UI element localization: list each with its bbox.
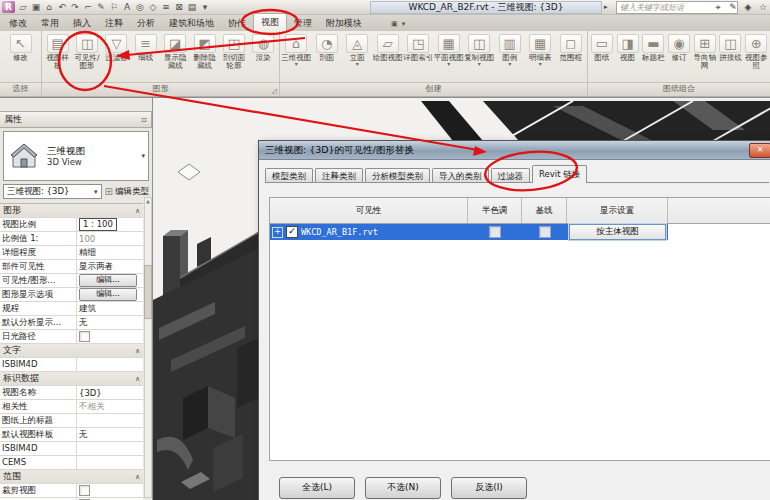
ribbon-button-revisions[interactable]: ◉修订 bbox=[666, 33, 692, 82]
ribbon-button-remove-hidden-lines[interactable]: ◩删除隐藏线 bbox=[190, 33, 219, 82]
ribbon-tab-0[interactable]: 修改 bbox=[2, 15, 34, 31]
ribbon-tab-9[interactable]: 附加模块 bbox=[319, 15, 369, 31]
property-value[interactable]: 无 bbox=[77, 317, 143, 329]
ribbon-button-title-block[interactable]: ▬标题栏 bbox=[640, 33, 666, 82]
collapse-chevron-icon[interactable]: ∧ bbox=[135, 207, 140, 215]
ribbon-button-matchline[interactable]: ◫拼接线 bbox=[718, 33, 744, 82]
ribbon-tab-2[interactable]: 插入 bbox=[66, 15, 98, 31]
type-selector[interactable]: 三维视图 3D View ▾ bbox=[3, 131, 149, 181]
ribbon-button-cut-profile[interactable]: ◰剖切面轮廓 bbox=[219, 33, 248, 82]
properties-header[interactable]: 属性 ▫ bbox=[0, 111, 152, 128]
property-value[interactable]: 编辑... bbox=[77, 288, 143, 301]
favorites-star-icon[interactable]: ☆ bbox=[757, 1, 769, 13]
sign-in-icon[interactable]: ✎ bbox=[727, 1, 739, 13]
ribbon-button-scope-box[interactable]: ◻范围框 bbox=[556, 33, 587, 82]
visibility-cell[interactable]: +✓WKCD_AR_B1F.rvt bbox=[270, 224, 468, 240]
dialog-tab-4[interactable]: 过滤器 bbox=[491, 168, 531, 183]
ribbon-button-view[interactable]: ◨视图 bbox=[615, 33, 641, 82]
underlay-cell[interactable] bbox=[522, 224, 567, 240]
dialog-tab-3[interactable]: 导入的类别 bbox=[432, 168, 489, 183]
property-value[interactable]: 建筑 bbox=[77, 303, 143, 315]
title-dropdown-icon[interactable]: ▸ bbox=[604, 3, 608, 11]
ribbon-tab-1[interactable]: 常用 bbox=[34, 15, 66, 31]
scroll-up-icon[interactable]: ▲ bbox=[146, 198, 150, 205]
property-value[interactable]: 无 bbox=[77, 429, 143, 441]
dialog-button-2[interactable]: 反选(I) bbox=[451, 477, 527, 499]
property-value[interactable]: 100 bbox=[77, 234, 143, 244]
edit-button[interactable]: 编辑... bbox=[79, 288, 137, 301]
ribbon-button-plan-views[interactable]: ▦平面视图▾ bbox=[434, 33, 465, 82]
property-section-0[interactable]: 图形∧ bbox=[0, 204, 143, 218]
collapse-chevron-icon[interactable]: ∧ bbox=[135, 375, 140, 383]
undo-icon[interactable]: ↶ bbox=[56, 1, 68, 13]
ribbon-button-elevation[interactable]: ◬立面▾ bbox=[342, 33, 373, 82]
open-icon[interactable]: ▱ bbox=[17, 1, 29, 13]
ribbon-button-schedules[interactable]: ▦明细表▾ bbox=[525, 33, 556, 82]
halftone-checkbox[interactable] bbox=[489, 226, 501, 238]
text-icon[interactable]: A bbox=[121, 1, 133, 13]
ribbon-button-show-hidden-lines[interactable]: ◪显示隐藏线 bbox=[161, 33, 190, 82]
qat-more-icon[interactable]: ▾ bbox=[199, 1, 211, 13]
ribbon-button-filters[interactable]: ▽过滤器 bbox=[102, 33, 131, 82]
dialog-button-0[interactable]: 全选(L) bbox=[279, 477, 355, 499]
property-value[interactable]: 精细 bbox=[77, 247, 143, 259]
communication-center-icon[interactable]: ◈ bbox=[742, 1, 754, 13]
instance-selector[interactable]: 三维视图: {3D} ▾ bbox=[3, 184, 102, 199]
ribbon-button-guide-grid[interactable]: ⊞导向轴网 bbox=[692, 33, 718, 82]
ribbon-button-visibility-graphics[interactable]: ◫可见性/图形 bbox=[72, 33, 101, 82]
property-checkbox[interactable] bbox=[79, 331, 90, 342]
by-host-view-button[interactable]: 按主体视图 bbox=[569, 224, 666, 240]
property-section-10[interactable]: 文字∧ bbox=[0, 344, 143, 358]
column-header-0[interactable]: 可见性 bbox=[270, 198, 468, 223]
ribbon-button-view-template[interactable]: ▤视图样板 bbox=[43, 33, 72, 82]
dialog-title-bar[interactable]: 三维视图: {3D}的可见性/图形替换 ✕ bbox=[259, 141, 770, 160]
type-selector-dropdown-icon[interactable]: ▾ bbox=[141, 152, 145, 160]
ribbon-button-sheet[interactable]: ▭图纸 bbox=[589, 33, 615, 82]
revit-logo-icon[interactable]: R bbox=[2, 1, 15, 13]
ribbon-button-view-reference[interactable]: ⊕视图参照 bbox=[743, 33, 769, 82]
switch-windows-icon[interactable]: ▤ bbox=[186, 1, 198, 13]
section-icon[interactable]: ◇ bbox=[147, 1, 159, 13]
dialog-button-1[interactable]: 不选(N) bbox=[365, 477, 441, 499]
property-value[interactable] bbox=[77, 331, 143, 342]
dialog-tab-0[interactable]: 模型类别 bbox=[265, 168, 313, 183]
ribbon-tab-3[interactable]: 注释 bbox=[98, 15, 130, 31]
property-value[interactable] bbox=[77, 485, 143, 496]
dialog-tab-1[interactable]: 注释类别 bbox=[315, 168, 363, 183]
ribbon-display-toggle-icon[interactable]: ▣ ▾ bbox=[391, 20, 406, 31]
dialog-tab-2[interactable]: 分析模型类别 bbox=[365, 168, 430, 183]
draw-icon[interactable]: ✎ bbox=[95, 1, 107, 13]
ribbon-button-callout[interactable]: ◳详图索引 bbox=[403, 33, 434, 82]
ribbon-button-thin-lines[interactable]: ≡细线 bbox=[131, 33, 160, 82]
ribbon-button-section[interactable]: ◔剖面 bbox=[312, 33, 343, 82]
property-section-19[interactable]: 范围∧ bbox=[0, 470, 143, 484]
ribbon-button-default-3d-view[interactable]: ⌂三维视图▾ bbox=[281, 33, 312, 82]
column-header-1[interactable]: 半色调 bbox=[468, 198, 522, 223]
property-checkbox[interactable] bbox=[79, 485, 90, 496]
dialog-tab-5[interactable]: Revit 链接 bbox=[532, 165, 587, 183]
thin-lines-icon[interactable]: ≡ bbox=[160, 1, 172, 13]
column-header-2[interactable]: 基线 bbox=[522, 198, 567, 223]
ribbon-button-duplicate-view[interactable]: ◫复制视图▾ bbox=[464, 33, 495, 82]
halftone-cell[interactable] bbox=[468, 224, 522, 240]
save-icon[interactable]: ▣ bbox=[30, 1, 42, 13]
column-header-3[interactable]: 显示设置 bbox=[567, 198, 668, 223]
edit-button[interactable]: 编辑... bbox=[79, 274, 137, 287]
ribbon-tab-7[interactable]: 视图 bbox=[253, 13, 287, 31]
display-settings-cell[interactable]: 按主体视图 bbox=[567, 224, 668, 240]
home-3d-icon[interactable]: ⌂ bbox=[43, 1, 55, 13]
3d-view-icon[interactable]: ◎ bbox=[134, 1, 146, 13]
underlay-checkbox[interactable] bbox=[539, 226, 551, 238]
properties-options-icon[interactable]: ▫ bbox=[142, 115, 147, 124]
ribbon-button-legends[interactable]: ▥图例▾ bbox=[495, 33, 526, 82]
ribbon-tab-5[interactable]: 建筑和场地 bbox=[162, 15, 221, 31]
redo-icon[interactable]: ↷ bbox=[69, 1, 81, 13]
ribbon-button-render[interactable]: ◍渲染 bbox=[249, 33, 278, 82]
dialog-close-icon[interactable]: ✕ bbox=[749, 143, 770, 158]
visibility-checkbox[interactable]: ✓ bbox=[286, 226, 298, 238]
properties-scrollbar[interactable]: ▲ bbox=[144, 197, 152, 498]
ribbon-button-modify-cursor[interactable]: ↖修改 bbox=[1, 33, 40, 82]
property-value[interactable]: 不相关 bbox=[77, 401, 143, 413]
ribbon-tab-8[interactable]: 管理 bbox=[287, 15, 319, 31]
collapse-chevron-icon[interactable]: ∧ bbox=[135, 473, 140, 481]
